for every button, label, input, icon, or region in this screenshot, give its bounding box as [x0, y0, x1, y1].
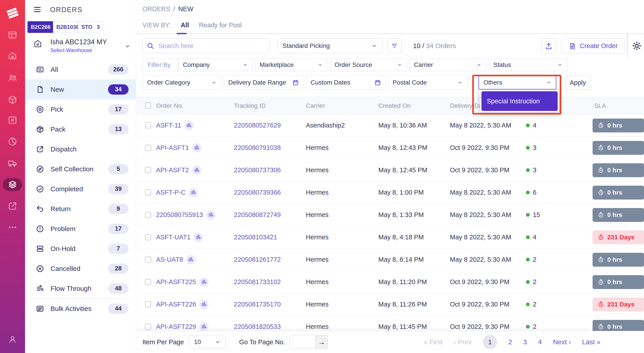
sidebar-item-flow-through[interactable]: Flow Through 48 — [25, 278, 136, 298]
filter-delivery-date-range[interactable]: Delivery Date Range — [224, 76, 304, 90]
sidebar-item-self-collection[interactable]: Self Collection 5 — [25, 159, 136, 179]
users-icon[interactable] — [8, 73, 18, 83]
sidebar-item-all[interactable]: All 266 — [25, 60, 136, 79]
pagination-next[interactable]: Next › — [553, 338, 571, 346]
chevron-down-icon[interactable] — [124, 43, 130, 49]
search-input[interactable] — [158, 42, 265, 50]
sidebar-item-new[interactable]: New 34 — [25, 79, 136, 99]
column-created-on[interactable]: Created On — [378, 97, 411, 114]
table-row[interactable]: API-ASFT225 2205081733102 Hermes May 8, … — [136, 271, 644, 293]
reports-pie-icon[interactable] — [8, 137, 18, 147]
table-row[interactable]: API-ASFT226 2205081735170 Hermes May 8, … — [136, 293, 644, 316]
row-checkbox[interactable] — [145, 301, 151, 307]
row-checkbox[interactable] — [145, 122, 151, 128]
order-no-link[interactable]: API-ASFT1 — [156, 144, 189, 151]
pagination-first[interactable]: « First — [424, 338, 442, 346]
sidebar-item-on-hold[interactable]: On-Hold 7 — [25, 239, 136, 259]
create-order-button[interactable]: Create Order — [561, 39, 625, 54]
pagination-page-3[interactable]: 3 — [523, 338, 527, 346]
column-sla[interactable]: SLA — [594, 97, 606, 114]
order-no-link[interactable]: ASFT-UAT1 — [156, 234, 190, 241]
more-ellipsis-icon[interactable] — [8, 222, 18, 232]
goto-page-input[interactable] — [290, 335, 315, 349]
sidebar-item-cancelled[interactable]: Cancelled 28 — [25, 259, 136, 278]
order-no-link[interactable]: API-ASFT229 — [156, 323, 196, 330]
table-row[interactable]: API-ASFT229 2205081820533 Hermes May 8, … — [136, 316, 644, 331]
order-no-link[interactable]: 2205080755913 — [156, 211, 203, 219]
table-row[interactable]: ASFT-11 2205080527629 Asendiaship2 May 8… — [136, 114, 644, 137]
table-row[interactable]: API-ASFT2 2205080737306 Hermes May 8, 12… — [136, 159, 644, 181]
tracking-id-link[interactable]: 2205081261772 — [234, 256, 281, 263]
breadcrumb-parent[interactable]: ORDERS — [142, 5, 170, 13]
warehouse-icon[interactable] — [8, 51, 18, 61]
tracking-id-link[interactable]: 2205080739366 — [234, 189, 281, 196]
filter-others-select[interactable]: Others — [478, 76, 556, 90]
order-no-link[interactable]: ASFT-P-C — [156, 189, 186, 196]
tab-b2b[interactable]: B2B 1038 — [53, 21, 78, 33]
view-tab-all[interactable]: All — [181, 22, 189, 29]
inbound-icon[interactable] — [8, 115, 18, 125]
table-row[interactable]: ASFT-P-C 2205080739366 Hermes May 8, 1:0… — [136, 181, 644, 204]
orders-layers-icon[interactable] — [8, 180, 18, 189]
select-warehouse-link[interactable]: Select Warehouse — [50, 48, 92, 54]
items-per-page-select[interactable]: 10 — [189, 335, 226, 349]
filter-carrier-select[interactable]: Carrier — [409, 59, 486, 71]
pagination-page-1[interactable]: 1 — [483, 335, 497, 349]
filter-toggle-button[interactable] — [387, 39, 402, 53]
filter-company-select[interactable]: Company — [178, 59, 253, 71]
column-carrier[interactable]: Carrier — [306, 97, 325, 114]
order-no-link[interactable]: API-ASFT225 — [156, 278, 196, 286]
pagination-page-4[interactable]: 4 — [538, 338, 542, 346]
warehouse-selector[interactable]: Isha ABC1234 MY Select Warehouse — [25, 38, 136, 57]
column-tracking-id[interactable]: Tracking ID — [234, 97, 266, 114]
sidebar-item-problem[interactable]: Problem 17 — [25, 219, 136, 239]
tracking-id-link[interactable]: 2205081820533 — [234, 323, 281, 330]
sidebar-item-return[interactable]: Return 9 — [25, 199, 136, 219]
menu-item-special-instruction[interactable]: Special Instruction — [482, 91, 558, 111]
tracking-id-link[interactable]: 2205080872749 — [234, 211, 281, 218]
filter-marketplace-select[interactable]: Marketplace — [255, 59, 328, 71]
sidebar-item-dispatch[interactable]: Dispatch — [25, 139, 136, 159]
select-all-checkbox[interactable] — [145, 103, 151, 109]
filter-order-category-select[interactable]: Order Category — [142, 76, 222, 90]
row-checkbox[interactable] — [145, 324, 151, 330]
table-row[interactable]: 2205080755913 2205080872749 Hermes May 8… — [136, 204, 644, 226]
filter-order-source-select[interactable]: Order Source — [330, 59, 407, 71]
row-checkbox[interactable] — [145, 167, 151, 173]
view-tab-ready-for-pool[interactable]: Ready for Pool — [199, 22, 242, 29]
outbound-icon[interactable] — [8, 201, 18, 211]
table-row[interactable]: ASFT-UAT1 220508103421 Hermes May 8, 4:1… — [136, 226, 644, 248]
column-order-no[interactable]: Order No. — [156, 97, 184, 114]
row-checkbox[interactable] — [145, 234, 151, 240]
products-box-icon[interactable] — [8, 95, 18, 105]
row-checkbox[interactable] — [145, 189, 151, 196]
order-no-link[interactable]: ASFT-11 — [156, 122, 181, 129]
tracking-id-link[interactable]: 2205080791038 — [234, 144, 281, 151]
row-checkbox[interactable] — [145, 145, 151, 151]
sidebar-item-pick[interactable]: Pick 17 — [25, 99, 136, 119]
hamburger-menu-icon[interactable] — [34, 7, 41, 12]
row-checkbox[interactable] — [145, 257, 151, 263]
settings-gear-icon[interactable] — [632, 41, 642, 51]
tracking-id-link[interactable]: 2205081733102 — [234, 278, 281, 285]
sidebar-item-bulk-activities[interactable]: Bulk Activities 44 — [25, 299, 136, 318]
transport-truck-icon[interactable] — [8, 158, 18, 168]
sidebar-item-completed[interactable]: Completed 39 — [25, 179, 136, 199]
row-checkbox[interactable] — [145, 279, 151, 285]
filter-postal-code-select[interactable]: Postal Code — [388, 76, 467, 90]
pagination-last[interactable]: Last » — [582, 338, 600, 346]
filter-custom-dates[interactable]: Custom Dates — [306, 76, 386, 90]
export-upload-button[interactable] — [541, 39, 556, 54]
tracking-id-link[interactable]: 2205080737306 — [234, 166, 281, 174]
pagination-prev[interactable]: ‹ Prev — [454, 338, 472, 346]
picking-mode-select[interactable]: Standard Picking — [277, 39, 382, 53]
row-checkbox[interactable] — [145, 212, 151, 218]
table-row[interactable]: API-ASFT1 2205080791038 Hermes May 8, 12… — [136, 137, 644, 159]
goto-page-button[interactable]: → — [315, 335, 328, 349]
order-no-link[interactable]: AS-UAT8 — [156, 256, 183, 263]
tracking-id-link[interactable]: 220508103421 — [234, 234, 277, 241]
tracking-id-link[interactable]: 2205081735170 — [234, 301, 281, 308]
order-no-link[interactable]: API-ASFT226 — [156, 301, 196, 308]
dashboard-icon[interactable] — [8, 30, 18, 40]
tracking-id-link[interactable]: 2205080527629 — [234, 122, 281, 129]
